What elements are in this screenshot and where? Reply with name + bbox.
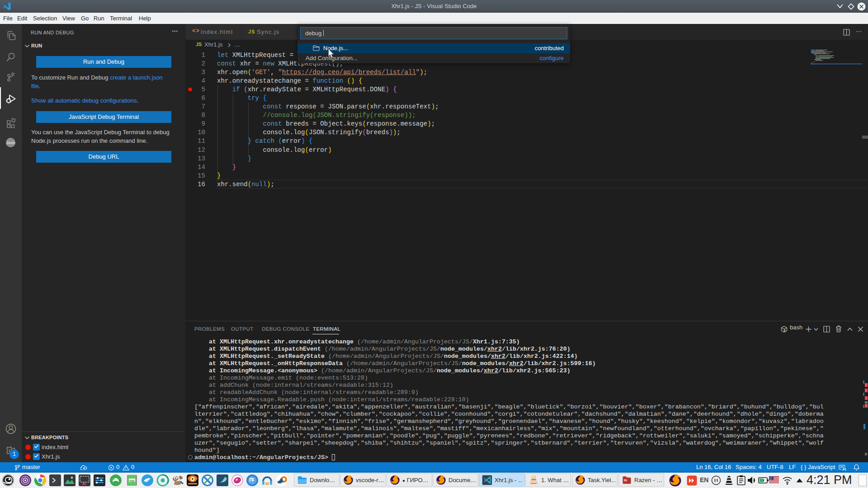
svg-text:$: $ — [784, 329, 786, 332]
svg-text:Fz: Fz — [624, 479, 627, 482]
svg-text:nqq: nqq — [129, 479, 134, 482]
